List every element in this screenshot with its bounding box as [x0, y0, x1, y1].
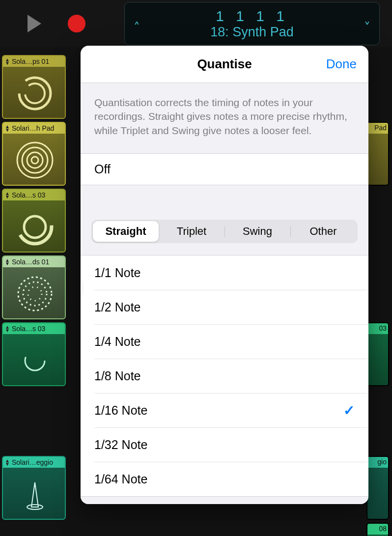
track-cell-fragment[interactable]: gio [366, 456, 389, 520]
track-cell-header: ▲▼Solari…h Pad [3, 123, 65, 134]
updown-icon: ▲▼ [5, 125, 10, 132]
track-cell-header: ▲▼Sola…s 03 [3, 190, 65, 200]
note-option-label: 1/4 Note [94, 335, 141, 349]
track-cell-label: Sola…ds 01 [12, 258, 49, 266]
track-cell-fragment[interactable]: 08 [366, 523, 389, 536]
popover-title: Quantise [197, 56, 252, 72]
svg-point-4 [27, 152, 43, 168]
track-cell-header: ▲▼Sola…ps 01 [3, 56, 65, 67]
checkmark-icon: ✓ [343, 402, 355, 419]
quantise-off-label: Off [94, 162, 111, 176]
updown-icon: ▲▼ [5, 459, 10, 466]
svg-point-3 [22, 147, 48, 173]
note-option[interactable]: 1/32 Note [81, 427, 368, 462]
popover-description: Quantisation corrects the timing of note… [81, 83, 368, 154]
track-cells-column: ▲▼Sola…ps 01▲▼Solari…h Pad▲▼Sola…s 03▲▼S… [2, 55, 66, 523]
track-cell[interactable]: ▲▼Sola…s 03 [2, 322, 66, 386]
svg-point-9 [23, 282, 47, 306]
svg-point-5 [31, 157, 38, 164]
transport-bar: ˄ 1 1 1 1 18: Synth Pad ˅ [0, 0, 392, 47]
track-cell[interactable]: ▲▼Sola…ds 01 [2, 255, 66, 319]
updown-icon: ▲▼ [5, 192, 10, 198]
svg-point-10 [28, 287, 42, 301]
track-cell-label: Sola…s 03 [12, 191, 45, 199]
note-option[interactable]: 1/4 Note [81, 324, 368, 359]
track-cell[interactable]: ▲▼Sola…ps 01 [2, 55, 66, 119]
track-cell-label: Pad [374, 124, 387, 132]
segment-other[interactable]: Other [290, 221, 356, 242]
note-option[interactable]: 1/8 Note [81, 359, 368, 393]
track-cell-label: 03 [379, 324, 387, 332]
track-cell-label: Sola…s 03 [12, 325, 45, 333]
list-footer-spacer [81, 496, 368, 504]
updown-icon: ▲▼ [5, 258, 10, 265]
note-option[interactable]: 1/2 Note [81, 290, 368, 324]
note-option-label: 1/64 Note [94, 472, 147, 486]
track-cell-fragment[interactable]: Pad [366, 122, 389, 186]
segment-swing[interactable]: Swing [224, 221, 290, 242]
note-option-label: 1/16 Note [94, 403, 147, 418]
track-cell[interactable] [2, 389, 66, 453]
track-cell-label: 08 [379, 525, 387, 533]
note-option[interactable]: 1/16 Note✓ [81, 393, 368, 427]
track-cell[interactable]: ▲▼Solari…h Pad [2, 122, 66, 186]
popover-header: Quantise Done [81, 46, 368, 83]
track-cell-header: ▲▼Solari…eggio [3, 457, 65, 468]
track-cell-label: Sola…ps 01 [12, 57, 49, 65]
chevron-down-icon[interactable]: ˅ [364, 20, 370, 35]
svg-point-11 [25, 351, 45, 370]
quantise-mode-segmented-control[interactable]: StraightTripletSwingOther [91, 220, 358, 243]
note-option-label: 1/32 Note [94, 438, 147, 452]
segment-triplet[interactable]: Triplet [159, 221, 224, 242]
track-cell-label: gio [377, 458, 387, 466]
track-cell-header: ▲▼Sola…s 03 [3, 323, 65, 334]
chevron-up-icon[interactable]: ˄ [134, 20, 140, 35]
track-cell[interactable]: ▲▼Solari…eggio [2, 456, 66, 520]
segment-straight[interactable]: Straight [93, 221, 159, 242]
note-option-label: 1/8 Note [94, 369, 141, 383]
app-root: ˄ 1 1 1 1 18: Synth Pad ˅ ▲▼Sola…ps 01▲▼… [0, 0, 392, 536]
svg-point-0 [19, 78, 51, 109]
position-counter: 1 1 1 1 [216, 8, 288, 25]
updown-icon: ▲▼ [5, 58, 10, 65]
track-cell-label: Solari…h Pad [12, 124, 54, 132]
svg-point-7 [24, 216, 46, 238]
done-button[interactable]: Done [326, 56, 357, 72]
note-option-label: 1/1 Note [94, 266, 141, 280]
track-cell-label: Solari…eggio [12, 458, 53, 466]
note-value-list: 1/1 Note1/2 Note1/4 Note1/8 Note1/16 Not… [81, 255, 368, 496]
updown-icon: ▲▼ [5, 325, 10, 332]
note-option[interactable]: 1/64 Note [81, 462, 368, 496]
current-track-label: 18: Synth Pad [210, 25, 294, 40]
note-option[interactable]: 1/1 Note [81, 255, 368, 290]
quantise-popover: Quantise Done Quantisation corrects the … [81, 46, 368, 504]
record-icon[interactable] [68, 15, 85, 32]
lcd-display[interactable]: ˄ 1 1 1 1 18: Synth Pad ˅ [124, 2, 380, 45]
play-icon[interactable] [28, 15, 41, 32]
track-cell-header: ▲▼Sola…ds 01 [3, 256, 65, 267]
quantise-off-row[interactable]: Off [81, 154, 368, 185]
svg-point-1 [25, 84, 45, 103]
note-option-label: 1/2 Note [94, 300, 141, 314]
track-cell-fragment[interactable]: 03 [366, 322, 389, 386]
track-cell[interactable]: ▲▼Sola…s 03 [2, 189, 66, 253]
segmented-control-container: StraightTripletSwingOther [81, 185, 368, 255]
